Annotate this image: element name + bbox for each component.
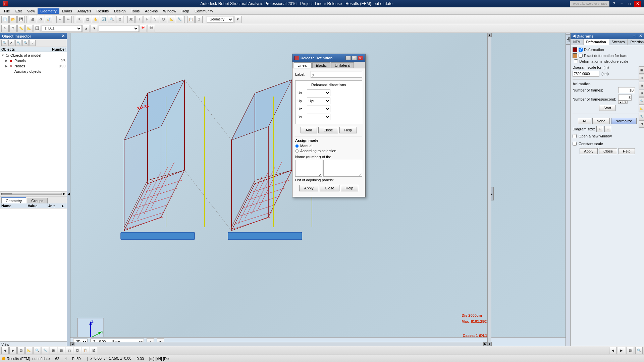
right-icon-3[interactable]: ⊞ xyxy=(639,82,644,89)
hscroll-left-btn[interactable]: ◀ xyxy=(70,342,74,346)
struct-scale-checkbox[interactable] xyxy=(574,59,578,63)
select-btn[interactable]: ◻ xyxy=(84,16,91,23)
toolbar-btn-extra1[interactable]: F xyxy=(144,16,151,23)
open-btn[interactable]: 📂 xyxy=(9,16,17,23)
dialog-tab-linear[interactable]: Linear xyxy=(294,62,312,68)
toolbar-btn-3[interactable]: 📊 xyxy=(45,16,52,23)
load-arrow-up[interactable]: ▲ xyxy=(83,25,90,32)
view-dropdown[interactable]: Geometry xyxy=(207,16,233,23)
dialog-min-btn[interactable]: − xyxy=(345,56,351,60)
diagrams-close-btn[interactable]: ✕ xyxy=(639,34,642,38)
inspector-tb-3[interactable]: 🔧 xyxy=(15,40,21,46)
diagrams-min-btn[interactable]: − xyxy=(633,34,635,38)
bt-btn-9[interactable]: ◻ xyxy=(66,347,73,354)
scroll-up-btn[interactable]: ▲ xyxy=(488,33,492,37)
view-mode-dropdown2[interactable] xyxy=(99,25,139,32)
help-icon[interactable]: ? xyxy=(611,1,617,7)
save-btn[interactable]: 💾 xyxy=(17,16,25,23)
frames-value-input[interactable]: 8 xyxy=(618,95,632,101)
right-icon-5[interactable]: 🔍 xyxy=(639,97,644,105)
diagrams-back-btn[interactable]: ◀ xyxy=(573,34,575,38)
toolbar-btn-extra2[interactable]: S xyxy=(152,16,159,23)
exact-deform-checkbox[interactable] xyxy=(579,54,583,58)
dialog-tab-elastic[interactable]: Elastic xyxy=(312,62,330,68)
tree-panels[interactable]: ▶ ■ Panels 0/3 xyxy=(1,58,66,63)
zoom-btn[interactable]: 🔍 xyxy=(108,16,115,23)
bt-btn-2[interactable]: ▶ xyxy=(9,347,17,354)
menu-window[interactable]: Window xyxy=(160,8,179,14)
footer-close-btn[interactable]: Close xyxy=(320,185,339,191)
view-3d-btn[interactable]: 3D xyxy=(127,16,135,23)
bt-btn-12[interactable]: 🖹 xyxy=(90,347,97,354)
toolbar-btn-extra7[interactable]: 🗒 xyxy=(195,16,203,23)
zoom-extent-btn[interactable]: ⊡ xyxy=(116,16,123,23)
undo-btn[interactable]: ↩ xyxy=(56,16,64,23)
left-panel-collapse-btn[interactable]: ◀ xyxy=(67,33,70,355)
dropdown-expand-btn[interactable]: ▼ xyxy=(234,16,241,23)
load-case-dropdown[interactable]: 1: DL1 xyxy=(42,25,82,32)
close-inspector-btn[interactable]: ✕ xyxy=(62,34,65,38)
redo-btn[interactable]: ↪ xyxy=(64,16,72,23)
toolbar2-btn3[interactable]: 📏 xyxy=(17,25,25,32)
frames-down-btn[interactable]: ▼ xyxy=(623,101,628,104)
right-icon-1[interactable]: ▦ xyxy=(639,66,644,74)
menu-design[interactable]: Design xyxy=(111,8,128,14)
tree-auxiliary[interactable]: Auxiliary objects xyxy=(1,69,66,74)
menu-community[interactable]: Community xyxy=(192,8,216,14)
menu-results[interactable]: Results xyxy=(94,8,112,14)
name-input-field[interactable] xyxy=(295,160,322,177)
bt-btn-7[interactable]: ⊞ xyxy=(50,347,57,354)
rotate-btn[interactable]: 🔄 xyxy=(100,16,107,23)
diag-tab-reactions[interactable]: Reactions xyxy=(628,39,644,45)
bt-btn-4[interactable]: 📐 xyxy=(25,347,33,354)
bt-btn-10[interactable]: 🗒 xyxy=(74,347,81,354)
load-arrow-down[interactable]: ▼ xyxy=(91,25,98,32)
tree-root[interactable]: ▼ 🗂 Objects of a model xyxy=(1,53,66,58)
prop-scroll-up[interactable]: ▲ xyxy=(61,204,65,208)
menu-view[interactable]: View xyxy=(24,8,38,14)
size-minus-btn[interactable]: − xyxy=(604,126,611,132)
size-plus-btn[interactable]: + xyxy=(596,126,603,132)
diag-tab-ntm[interactable]: NTM xyxy=(571,39,584,45)
inspector-tb-1[interactable]: 🔍 xyxy=(1,40,7,46)
scroll-right-arrow[interactable]: ▶ xyxy=(63,192,65,195)
minimize-button[interactable]: − xyxy=(619,1,625,7)
dialog-close-btn[interactable]: ✕ xyxy=(358,56,363,60)
dialog-tab-unilateral[interactable]: Unilateral xyxy=(331,62,354,68)
right-icon-8[interactable]: ⊡ xyxy=(639,120,644,128)
inspector-tb-2[interactable]: ✕ xyxy=(8,40,14,46)
toolbar2-icon1[interactable]: 🚩 xyxy=(140,25,147,32)
toolbar2-btn4[interactable]: 📐 xyxy=(25,25,33,32)
right-icon-6[interactable]: 📐 xyxy=(639,105,644,112)
inspector-tb-help[interactable]: ? xyxy=(30,40,36,46)
tree-nodes[interactable]: ▶ ✕ Nodes 0/90 xyxy=(1,63,66,69)
toolbar2-icon2[interactable]: 🏁 xyxy=(148,25,155,32)
footer-apply-btn[interactable]: Apply xyxy=(299,185,319,191)
dir-uy-select[interactable]: Uy+ -- Uy Uy- xyxy=(307,98,330,104)
scroll-track[interactable] xyxy=(1,193,62,195)
bt-btn-11[interactable]: 📋 xyxy=(82,347,89,354)
normalize-btn[interactable]: Normalize xyxy=(611,118,637,124)
deformation-checkbox[interactable] xyxy=(579,48,583,52)
cursor-btn[interactable]: ↖ xyxy=(76,16,83,23)
bt-right-4[interactable]: 🔍 xyxy=(635,347,643,354)
menu-loads[interactable]: Loads xyxy=(59,8,75,14)
menu-tools[interactable]: Tools xyxy=(128,8,143,14)
tab-groups[interactable]: Groups xyxy=(27,198,48,203)
toolbar-btn-extra6[interactable]: 📋 xyxy=(187,16,195,23)
bt-btn-5[interactable]: 🔍 xyxy=(34,347,41,354)
main-close-btn[interactable]: Close xyxy=(318,127,338,133)
name-list-field[interactable] xyxy=(323,160,362,177)
start-animation-btn[interactable]: Start xyxy=(599,105,615,111)
right-icon-2[interactable]: ◎ xyxy=(639,74,644,81)
menu-addins[interactable]: Add-Ins xyxy=(142,8,160,14)
menu-help[interactable]: Help xyxy=(179,8,192,14)
right-icon-7[interactable]: 🔧 xyxy=(639,113,644,120)
menu-edit[interactable]: Edit xyxy=(13,8,24,14)
bt-right-2[interactable]: ▶ xyxy=(618,347,625,354)
right-panel-help-btn[interactable]: Help xyxy=(619,148,635,154)
toolbar2-btn1[interactable]: ↖ xyxy=(1,25,9,32)
main-help-btn[interactable]: Help xyxy=(339,127,357,133)
print-btn[interactable]: 🖨 xyxy=(29,16,36,23)
constant-scale-checkbox[interactable] xyxy=(573,142,577,146)
